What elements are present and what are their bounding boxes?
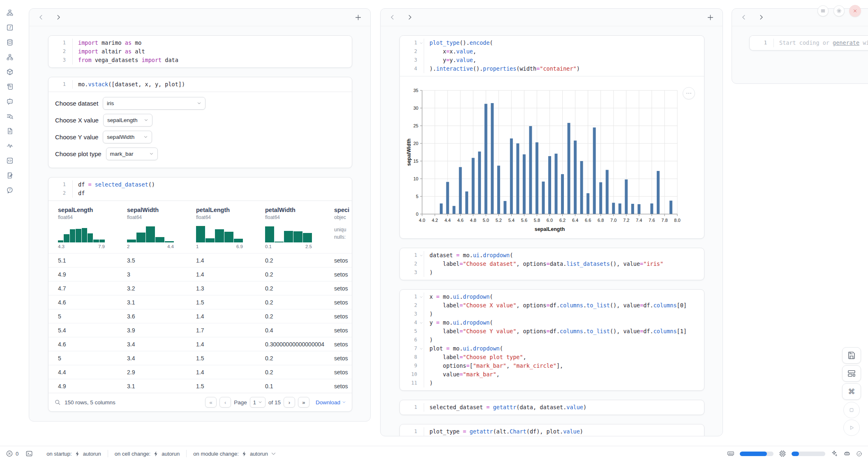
line-number-gutter: 1 bbox=[400, 427, 424, 436]
sidebar-item-search-list[interactable] bbox=[5, 111, 15, 122]
code-line: 7plot = mo.ui.dropdown( bbox=[400, 344, 704, 353]
fold-chevron-icon[interactable] bbox=[419, 41, 423, 45]
sidebar-item-tracing[interactable] bbox=[5, 141, 15, 151]
first-page-button[interactable]: « bbox=[205, 397, 217, 408]
chart-actions-button[interactable] bbox=[683, 87, 695, 99]
column-next-button[interactable] bbox=[406, 14, 413, 21]
empty-code-cell[interactable]: 1 Start coding or generate with bbox=[749, 35, 868, 51]
code-editor[interactable]: 1df = selected_dataset()2df bbox=[48, 177, 352, 201]
generate-with-ai-link[interactable]: generate bbox=[833, 39, 859, 46]
dropdown-select[interactable]: sepalWidth bbox=[103, 131, 152, 143]
table-column-header[interactable]: petalWidthfloat640.12.5 bbox=[265, 207, 334, 249]
command-palette-button[interactable]: ⌘ bbox=[842, 383, 861, 400]
save-button[interactable] bbox=[842, 347, 861, 364]
code-line: 9 options=["mark_bar", "mark_circle"], bbox=[400, 362, 704, 370]
svg-text:6.6: 6.6 bbox=[585, 218, 591, 223]
column-prev-button[interactable] bbox=[740, 14, 748, 21]
dropdown-select[interactable]: iris bbox=[103, 97, 205, 110]
code-text: import altair as alt bbox=[73, 47, 145, 56]
next-page-button[interactable]: › bbox=[284, 397, 295, 408]
code-editor[interactable]: 1dataset = mo.ui.dropdown(2 label="Choos… bbox=[400, 248, 704, 280]
on-startup-setting[interactable]: on startup: autorun bbox=[46, 451, 101, 457]
bolt-icon bbox=[241, 451, 247, 457]
notebook-cell: 1x = mo.ui.dropdown(2 label="Choose X va… bbox=[399, 289, 704, 391]
sidebar-item-file-explorer[interactable] bbox=[5, 7, 15, 18]
notebook-menu-button[interactable] bbox=[817, 5, 829, 16]
svg-text:sepalLength: sepalLength bbox=[535, 226, 565, 232]
layout-toggle-button[interactable] bbox=[842, 365, 861, 382]
code-text: value="mark_bar", bbox=[424, 370, 500, 379]
code-editor[interactable]: 1plot_type = getattr(alt.Chart(df), plot… bbox=[400, 424, 704, 436]
stop-icon bbox=[847, 406, 856, 414]
svg-text:4.0: 4.0 bbox=[419, 218, 425, 223]
svg-text:7.2: 7.2 bbox=[623, 218, 629, 223]
column-prev-button[interactable] bbox=[389, 14, 396, 21]
table-column-header[interactable]: speciobjecuniqunulls: bbox=[334, 207, 352, 249]
scratchpad-icon bbox=[6, 172, 14, 179]
code-editor[interactable]: 1selected_dataset = getattr(data, datase… bbox=[400, 400, 704, 415]
code-placeholder[interactable]: Start coding or generate with bbox=[774, 39, 868, 47]
fold-chevron-icon[interactable] bbox=[419, 254, 423, 258]
sidebar-item-functions[interactable]: f bbox=[5, 22, 15, 33]
download-button[interactable]: Download bbox=[316, 399, 346, 406]
notebook-cell: 1mo.vstack([dataset, x, y, plot])Choose … bbox=[48, 77, 352, 168]
sidebar-item-datasources[interactable] bbox=[5, 37, 15, 48]
table-column-header[interactable]: petalLengthfloat6416.9 bbox=[196, 207, 265, 249]
plus-icon bbox=[354, 14, 362, 21]
on-module-change-setting[interactable]: on module change: autorun bbox=[193, 451, 277, 457]
table-row: 4.93.11.50.1setos bbox=[48, 379, 352, 393]
add-cell-button[interactable] bbox=[354, 14, 362, 21]
fold-chevron-icon[interactable] bbox=[419, 321, 423, 325]
stop-kernel-button[interactable] bbox=[843, 402, 860, 418]
code-editor[interactable]: 1plot_type().encode(2 x=x.value,3 y=y.va… bbox=[400, 36, 704, 76]
last-page-button[interactable]: » bbox=[298, 397, 309, 408]
terminal-icon[interactable] bbox=[25, 450, 33, 457]
add-cell-button[interactable] bbox=[706, 14, 714, 21]
error-count-indicator[interactable]: 0 bbox=[6, 450, 18, 457]
altair-bar-chart[interactable]: 4.04.24.44.64.85.05.25.45.65.86.06.26.46… bbox=[400, 76, 704, 238]
chevron-down-icon bbox=[144, 118, 148, 122]
sidebar-item-ai-chat[interactable] bbox=[5, 96, 15, 107]
copilot-icon[interactable] bbox=[843, 450, 851, 457]
dropdown-select[interactable]: sepalLength bbox=[103, 114, 152, 127]
table-cell: 0.2 bbox=[265, 355, 334, 362]
code-editor[interactable]: 1import marimo as mo2import altair as al… bbox=[48, 36, 352, 67]
sidebar-item-packages[interactable] bbox=[5, 67, 15, 77]
code-editor[interactable]: 1mo.vstack([dataset, x, y, plot]) bbox=[48, 77, 352, 92]
table-cell: 4.9 bbox=[58, 271, 127, 278]
settings-button[interactable] bbox=[833, 5, 845, 16]
sidebar-item-help[interactable]: ? bbox=[5, 185, 15, 196]
table-column-header[interactable]: sepalWidthfloat6424.4 bbox=[127, 207, 196, 249]
memory-icon bbox=[727, 450, 734, 457]
run-all-button[interactable] bbox=[843, 420, 860, 436]
column-next-button[interactable] bbox=[757, 14, 765, 21]
on-cell-change-setting[interactable]: on cell change: autorun bbox=[115, 451, 180, 457]
ai-assistant-icon[interactable] bbox=[831, 450, 838, 457]
table-cell: 1.5 bbox=[196, 383, 265, 390]
shutdown-button[interactable] bbox=[849, 5, 861, 17]
divider bbox=[39, 450, 40, 457]
column-name: petalWidth bbox=[265, 207, 334, 213]
table-column-header[interactable]: sepalLengthfloat644.37.9 bbox=[58, 207, 127, 249]
fold-chevron-icon[interactable] bbox=[419, 295, 423, 299]
svg-text:10: 10 bbox=[413, 176, 418, 181]
prev-page-button[interactable]: ‹ bbox=[219, 397, 231, 408]
sidebar-item-dependency-graph[interactable] bbox=[5, 52, 15, 62]
column-next-button[interactable] bbox=[55, 14, 62, 21]
page-select[interactable]: 1 bbox=[250, 397, 265, 408]
autorun-value: autorun bbox=[250, 451, 268, 457]
search-icon[interactable] bbox=[54, 399, 61, 406]
sidebar-item-snippets[interactable] bbox=[5, 155, 15, 166]
code-line: 1plot_type = getattr(alt.Chart(df), plot… bbox=[400, 427, 704, 436]
table-cell: 1.3 bbox=[196, 285, 265, 292]
sidebar-item-logs[interactable] bbox=[5, 81, 15, 92]
code-editor[interactable]: 1x = mo.ui.dropdown(2 label="Choose X va… bbox=[400, 290, 704, 390]
chevron-down-icon bbox=[258, 400, 262, 404]
column-prev-button[interactable] bbox=[37, 14, 45, 21]
save-icon bbox=[847, 350, 856, 360]
dropdown-select[interactable]: mark_bar bbox=[106, 148, 158, 160]
sidebar-item-documentation[interactable] bbox=[5, 126, 15, 136]
sidebar-item-scratchpad[interactable] bbox=[5, 170, 15, 181]
fold-chevron-icon[interactable] bbox=[419, 347, 423, 351]
connection-status-icon[interactable] bbox=[856, 451, 862, 457]
